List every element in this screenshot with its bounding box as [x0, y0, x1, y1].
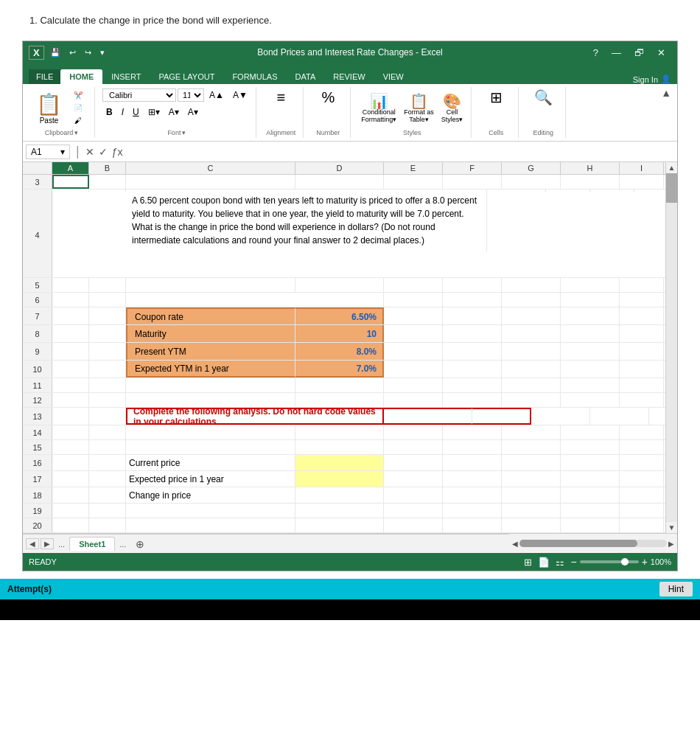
restore-button[interactable]: 🗗: [629, 46, 650, 60]
cell-e18[interactable]: [384, 487, 443, 503]
cell-c18-change-price[interactable]: Change in price: [126, 487, 295, 503]
sign-in[interactable]: Sign In 👤: [633, 74, 671, 84]
cell-f17[interactable]: [443, 471, 502, 487]
cell-d19[interactable]: [295, 504, 384, 518]
cell-c12[interactable]: [126, 393, 295, 407]
cell-f19[interactable]: [443, 504, 502, 518]
font-name-select[interactable]: Calibri: [102, 88, 176, 102]
cell-i16[interactable]: [620, 455, 664, 470]
add-sheet-button[interactable]: ⊕: [130, 536, 150, 552]
cell-b5[interactable]: [89, 278, 126, 292]
cell-e14[interactable]: [384, 425, 443, 439]
cell-i19[interactable]: [620, 504, 664, 518]
cell-f15[interactable]: [443, 440, 502, 454]
cell-styles-button[interactable]: 🎨 CellStyles▾: [438, 92, 466, 125]
format-as-table-button[interactable]: 📋 Format asTable▾: [401, 92, 437, 125]
cell-i8[interactable]: [620, 325, 664, 342]
cell-g10[interactable]: [502, 361, 561, 378]
cell-a11[interactable]: [52, 378, 89, 392]
cells-button[interactable]: ⊞: [484, 88, 508, 106]
tab-home[interactable]: HOME: [60, 69, 102, 84]
cell-d18[interactable]: [295, 487, 384, 503]
cell-a17[interactable]: [52, 471, 89, 487]
cell-c19[interactable]: [126, 504, 295, 518]
cell-a7[interactable]: [52, 307, 89, 324]
cell-g20[interactable]: [502, 518, 561, 532]
cell-h18[interactable]: [561, 487, 620, 503]
cell-a5[interactable]: [52, 278, 89, 292]
cell-j4[interactable]: [590, 189, 634, 192]
bold-button[interactable]: B: [102, 105, 116, 119]
cell-d10-expected-ytm-value[interactable]: 7.0%: [295, 361, 384, 378]
col-header-d[interactable]: D: [295, 162, 384, 174]
scroll-up-button[interactable]: ▲: [666, 162, 677, 173]
cell-g7[interactable]: [502, 307, 561, 324]
editing-button[interactable]: 🔍: [531, 88, 556, 106]
cell-i6[interactable]: [620, 293, 664, 307]
cell-e13[interactable]: [472, 408, 531, 425]
number-button[interactable]: %: [316, 88, 340, 106]
conditional-formatting-button[interactable]: 📊 ConditionalFormatting▾: [358, 92, 399, 125]
tab-review[interactable]: REVIEW: [324, 69, 374, 84]
tab-insert[interactable]: INSERT: [102, 69, 150, 84]
cell-a20[interactable]: [52, 518, 89, 532]
page-layout-icon[interactable]: 📄: [538, 557, 550, 568]
cell-d6[interactable]: [295, 293, 384, 307]
alignment-button[interactable]: ≡: [269, 88, 293, 106]
cell-g15[interactable]: [502, 440, 561, 454]
cell-h11[interactable]: [561, 378, 620, 392]
cell-b17[interactable]: [89, 471, 126, 487]
cell-h5[interactable]: [561, 278, 620, 292]
cell-c16-current-price[interactable]: Current price: [126, 455, 295, 470]
cell-e17[interactable]: [384, 471, 443, 487]
cell-c5[interactable]: [126, 278, 295, 292]
cell-h3[interactable]: [561, 175, 620, 189]
cell-c11[interactable]: [126, 378, 295, 392]
help-button[interactable]: ?: [587, 46, 604, 60]
cell-i17[interactable]: [620, 471, 664, 487]
cell-b12[interactable]: [89, 393, 126, 407]
insert-function-button[interactable]: ƒx: [112, 146, 123, 158]
cell-h13[interactable]: [649, 408, 665, 425]
sheet-nav-right-button[interactable]: ▶: [41, 538, 54, 549]
cell-f10[interactable]: [443, 361, 502, 378]
cell-a19[interactable]: [52, 504, 89, 518]
save-button[interactable]: 💾: [47, 46, 63, 59]
cell-b3[interactable]: [89, 175, 126, 189]
cell-d11[interactable]: [295, 378, 384, 392]
cell-e11[interactable]: [384, 378, 443, 392]
italic-button[interactable]: I: [118, 105, 127, 119]
cell-b11[interactable]: [89, 378, 126, 392]
cell-f16[interactable]: [443, 455, 502, 470]
cell-i18[interactable]: [620, 487, 664, 503]
normal-view-icon[interactable]: ⊞: [524, 557, 532, 568]
cell-f13[interactable]: [531, 408, 590, 425]
cell-g3[interactable]: [502, 175, 561, 189]
redo-button[interactable]: ↪: [82, 46, 94, 59]
cell-h12[interactable]: [561, 393, 620, 407]
cell-g9[interactable]: [502, 343, 561, 360]
customize-qat-button[interactable]: ▾: [97, 46, 108, 59]
cell-b15[interactable]: [89, 440, 126, 454]
cell-e7[interactable]: [384, 307, 443, 324]
cell-b6[interactable]: [89, 293, 126, 307]
cell-b9[interactable]: [89, 343, 126, 360]
cell-a9[interactable]: [52, 343, 89, 360]
scroll-right-button[interactable]: ▶: [668, 540, 674, 548]
formula-input[interactable]: [125, 145, 674, 159]
cell-d7-coupon-value[interactable]: 6.50%: [295, 307, 384, 324]
cell-g18[interactable]: [502, 487, 561, 503]
cell-h6[interactable]: [561, 293, 620, 307]
cell-c10-expected-ytm-label[interactable]: Expected YTM in 1 year: [126, 361, 295, 378]
cell-h7[interactable]: [561, 307, 620, 324]
cell-f12[interactable]: [443, 393, 502, 407]
font-grow-button[interactable]: A▲: [206, 88, 228, 102]
cell-a16[interactable]: [52, 455, 89, 470]
tab-formulas[interactable]: FORMULAS: [223, 69, 286, 84]
cell-g16[interactable]: [502, 455, 561, 470]
col-header-h[interactable]: H: [561, 162, 620, 174]
cell-c20[interactable]: [126, 518, 295, 532]
cell-e20[interactable]: [384, 518, 443, 532]
cell-e16[interactable]: [384, 455, 443, 470]
cell-d16-current-price-value[interactable]: [295, 455, 384, 470]
